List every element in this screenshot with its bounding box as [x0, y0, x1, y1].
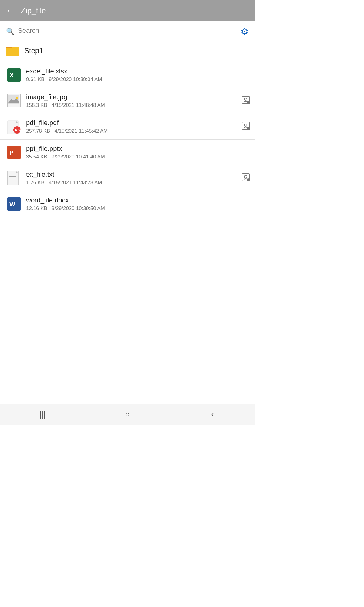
svg-line-33 [249, 181, 250, 181]
search-bar: 🔍 ⚙ [0, 21, 255, 39]
svg-text:PDF: PDF [15, 128, 21, 132]
file-list: Step1 X excel_file.xlsx 9.61 KB 9/29/202… [0, 39, 255, 217]
folder-icon [6, 45, 19, 56]
file-meta: 12.16 KB 9/29/2020 10:39:50 AM [26, 205, 249, 212]
home-button[interactable]: ○ [118, 409, 136, 421]
page-title: Zip_file [21, 6, 46, 15]
svg-point-9 [16, 97, 18, 99]
file-info: excel_file.xlsx 9.61 KB 9/29/2020 10:39:… [26, 67, 249, 83]
list-item[interactable]: PDF pdf_file.pdf 257.78 KB 4/15/2021 11:… [0, 114, 255, 140]
back-button[interactable]: ← [6, 6, 15, 15]
file-meta: 35.54 KB 9/29/2020 10:41:40 AM [26, 154, 249, 160]
preview-icon[interactable] [241, 173, 250, 184]
file-name: txt_file.txt [26, 171, 249, 178]
top-bar: ← Zip_file [0, 0, 255, 21]
ppt-icon: P [6, 144, 22, 160]
settings-icon[interactable]: ⚙ [241, 26, 249, 37]
folder-item[interactable]: Step1 [0, 39, 255, 62]
preview-icon[interactable] [241, 121, 250, 132]
word-icon: W [6, 196, 22, 212]
svg-text:P: P [9, 149, 13, 156]
excel-icon: X [6, 67, 22, 83]
list-item[interactable]: P ppt_file.pptx 35.54 KB 9/29/2020 10:41… [0, 140, 255, 165]
svg-rect-4 [7, 68, 21, 82]
search-input[interactable] [18, 27, 109, 36]
list-item[interactable]: W word_file.docx 12.16 KB 9/29/2020 10:3… [0, 191, 255, 217]
file-info: word_file.docx 12.16 KB 9/29/2020 10:39:… [26, 196, 249, 212]
file-name: ppt_file.pptx [26, 145, 249, 153]
file-name: pdf_file.pdf [26, 119, 249, 127]
svg-text:X: X [10, 72, 14, 79]
svg-point-20 [244, 124, 247, 126]
image-icon [6, 93, 22, 109]
svg-point-31 [244, 175, 247, 178]
file-info: pdf_file.pdf 257.78 KB 4/15/2021 11:45:4… [26, 119, 249, 134]
pdf-icon: PDF [6, 119, 22, 134]
folder-name: Step1 [24, 46, 43, 55]
svg-point-11 [244, 98, 247, 100]
bottom-nav: ||| ○ ‹ [0, 404, 255, 425]
file-meta: 9.61 KB 9/29/2020 10:39:04 AM [26, 76, 249, 83]
menu-button[interactable]: ||| [33, 409, 52, 421]
file-name: image_file.jpg [26, 93, 249, 101]
svg-point-32 [247, 178, 249, 181]
file-name: excel_file.xlsx [26, 67, 249, 75]
file-meta: 257.78 KB 4/15/2021 11:45:42 AM [26, 128, 249, 134]
file-info: image_file.jpg 158.3 KB 4/15/2021 11:48:… [26, 93, 249, 108]
file-info: txt_file.txt 1.26 KB 4/15/2021 11:43:28 … [26, 171, 249, 186]
file-name: word_file.docx [26, 196, 249, 204]
svg-text:W: W [9, 201, 15, 208]
back-nav-button[interactable]: ‹ [203, 409, 221, 421]
svg-line-13 [249, 103, 250, 104]
svg-line-22 [249, 129, 250, 130]
search-icon: 🔍 [6, 28, 14, 36]
preview-icon[interactable] [241, 96, 250, 106]
svg-point-12 [247, 101, 249, 103]
svg-rect-2 [6, 47, 19, 56]
file-meta: 1.26 KB 4/15/2021 11:43:28 AM [26, 180, 249, 186]
list-item[interactable]: image_file.jpg 158.3 KB 4/15/2021 11:48:… [0, 88, 255, 114]
file-info: ppt_file.pptx 35.54 KB 9/29/2020 10:41:4… [26, 145, 249, 160]
txt-icon [6, 170, 22, 186]
svg-point-21 [247, 127, 249, 129]
list-item[interactable]: txt_file.txt 1.26 KB 4/15/2021 11:43:28 … [0, 165, 255, 191]
list-item[interactable]: X excel_file.xlsx 9.61 KB 9/29/2020 10:3… [0, 62, 255, 88]
file-meta: 158.3 KB 4/15/2021 11:48:48 AM [26, 102, 249, 108]
svg-rect-3 [6, 47, 12, 48]
